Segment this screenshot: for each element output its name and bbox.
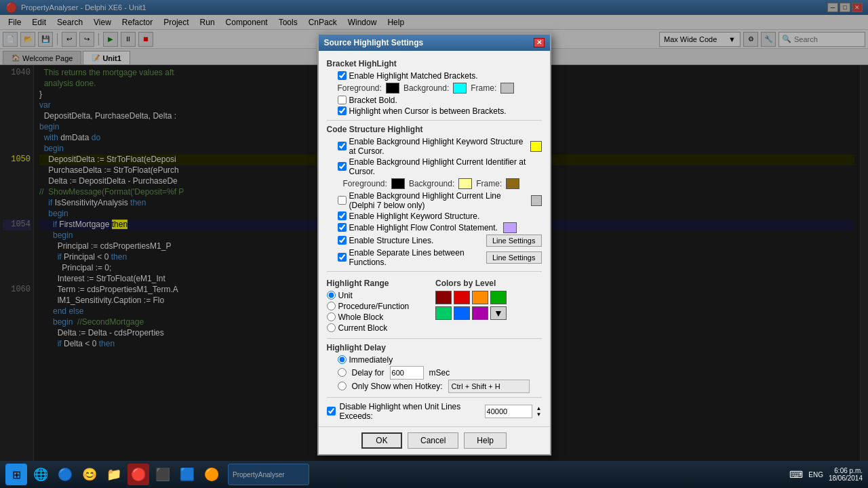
threshold-label: Disable Highlight when Unit Lines Exceed… [340, 402, 481, 421]
dialog-body: Bracket HighLight Enable Highlight Match… [319, 51, 550, 426]
color-level-3[interactable] [472, 291, 488, 304]
bg-keyword-checkbox[interactable] [338, 142, 347, 150]
cs-fg-swatch[interactable] [391, 178, 405, 189]
enable-matched-brackets-label: Enable Highlight Matched Brackets. [349, 71, 478, 81]
color-level-7[interactable] [472, 306, 488, 320]
taskbar-ie-icon[interactable]: 🌐 [30, 464, 52, 485]
threshold-spinner[interactable]: ▲▼ [536, 405, 542, 418]
range-procedure-row: Procedure/Function [327, 302, 433, 311]
flow-control-row: Enable Highlight Flow Control Statement. [327, 222, 542, 233]
start-button[interactable]: ⊞ [5, 464, 27, 485]
bracket-frame-swatch[interactable] [500, 83, 514, 94]
taskbar-face-icon[interactable]: 😊 [79, 464, 100, 485]
range-current-radio[interactable] [327, 323, 336, 332]
bg-current-id-label: Enable Background Highlight Current Iden… [349, 157, 542, 176]
divider4 [327, 397, 542, 398]
highlight-keyword-checkbox[interactable] [338, 211, 347, 220]
ok-button[interactable]: OK [361, 432, 402, 449]
code-structure-header: Code Structure Highlight [327, 125, 542, 134]
dialog-title-bar: Source Highlight Settings ✕ [319, 35, 550, 51]
color-level-5[interactable] [435, 306, 452, 320]
hotkey-label: Only Show when Hotkey: [352, 382, 443, 391]
bg-current-id-checkbox[interactable] [338, 162, 347, 171]
line-settings-btn2[interactable]: Line Settings [486, 251, 542, 264]
colors-by-level-header: Colors by Level [435, 279, 542, 288]
cancel-button[interactable]: Cancel [408, 432, 458, 449]
taskbar-blue-sq-icon[interactable]: 🟦 [176, 464, 198, 485]
divider1 [327, 120, 542, 121]
help-button[interactable]: Help [464, 432, 507, 449]
structure-lines-checkbox[interactable] [338, 236, 347, 245]
foreground-label2: Foreground: [343, 179, 387, 188]
bracket-fg-swatch[interactable] [386, 83, 399, 94]
range-unit-radio[interactable] [327, 291, 336, 300]
taskbar-folder-icon[interactable]: 📁 [103, 464, 125, 485]
range-whole-label: Whole Block [338, 312, 384, 322]
foreground-label1: Foreground: [338, 83, 382, 93]
taskbar: ⊞ 🌐 🔵 😊 📁 🔴 ⬛ 🟦 🟠 PropertyAnalyser ⌨ ENG… [0, 461, 868, 488]
flow-swatch[interactable] [503, 222, 517, 233]
flow-control-label: Enable Highlight Flow Control Statement. [349, 223, 498, 232]
range-whole-radio[interactable] [327, 312, 336, 321]
delay-immediately-radio[interactable] [338, 355, 347, 364]
color-level-4[interactable] [490, 291, 507, 304]
line-settings-btn1[interactable]: Line Settings [486, 235, 542, 247]
color-level-1[interactable] [435, 291, 452, 304]
background-label1: Background: [403, 83, 449, 93]
color-level-6[interactable] [454, 306, 470, 320]
code-struct-colors-row: Foreground: Background: Frame: [327, 178, 542, 189]
range-unit-label: Unit [338, 291, 353, 300]
delay-for-label: Delay for [352, 368, 384, 378]
frame-label2: Frame: [476, 179, 502, 188]
highlight-range-colors-section: Highlight Range Unit Procedure/Function … [327, 276, 542, 334]
cs-frame-swatch[interactable] [506, 178, 519, 189]
taskbar-orange-icon[interactable]: 🟠 [201, 464, 222, 485]
taskbar-red-icon[interactable]: 🔴 [127, 464, 149, 485]
bracket-bold-checkbox[interactable] [338, 96, 347, 104]
highlight-cursor-between-row: Highlight when Cursor is between Bracket… [327, 106, 542, 116]
hotkey-input[interactable] [448, 380, 530, 393]
taskbar-lang: ENG [808, 471, 823, 479]
bg-keyword-label: Enable Background Highlight Keyword Stru… [349, 137, 525, 156]
structure-lines-row: Enable Structure Lines. Line Settings [327, 235, 542, 247]
divider3 [327, 338, 542, 339]
flow-control-checkbox[interactable] [338, 223, 347, 232]
taskbar-dark-icon[interactable]: ⬛ [152, 464, 174, 485]
taskbar-right: ⌨ ENG 6:06 p.m. 18/06/2014 [789, 467, 863, 482]
bg-current-id-row: Enable Background Highlight Current Iden… [327, 157, 542, 176]
enable-matched-brackets-checkbox[interactable] [338, 71, 347, 80]
color-level-more[interactable]: ▼ [490, 306, 507, 320]
bg-keyword-swatch[interactable] [530, 141, 542, 152]
threshold-checkbox[interactable] [327, 407, 336, 415]
threshold-input[interactable] [485, 405, 532, 418]
bg-line-swatch[interactable] [531, 195, 542, 206]
delay-immediately-label: Immediately [349, 355, 393, 365]
structure-lines-label: Enable Structure Lines. [349, 236, 434, 245]
taskbar-time: 6:06 p.m. [829, 467, 863, 474]
bg-current-line-label: Enable Background Highlight Current Line… [349, 191, 526, 210]
highlight-range-section: Highlight Range Unit Procedure/Function … [327, 276, 433, 334]
dialog-close-button[interactable]: ✕ [534, 38, 545, 47]
delay-immediately-row: Immediately [327, 355, 542, 365]
color-level-2[interactable] [454, 291, 470, 304]
range-procedure-radio[interactable] [327, 302, 336, 310]
highlight-range-header: Highlight Range [327, 279, 433, 288]
bracket-bold-row: Bracket Bold. [327, 96, 542, 105]
highlight-cursor-between-checkbox[interactable] [338, 106, 347, 115]
background-label2: Background: [409, 179, 454, 188]
hotkey-radio[interactable] [338, 382, 347, 390]
hotkey-row: Only Show when Hotkey: [327, 380, 542, 393]
bracket-bg-swatch[interactable] [453, 83, 467, 94]
taskbar-chrome-icon[interactable]: 🔵 [54, 464, 76, 485]
colors-by-level-section: Colors by Level ▼ [435, 276, 542, 334]
highlight-cursor-between-label: Highlight when Cursor is between Bracket… [349, 106, 507, 116]
cs-bg-swatch[interactable] [458, 178, 472, 189]
separate-lines-checkbox[interactable] [338, 253, 347, 262]
bg-current-line-checkbox[interactable] [338, 196, 347, 205]
range-whole-row: Whole Block [327, 312, 433, 322]
taskbar-delphi-item[interactable]: PropertyAnalyser [228, 464, 309, 485]
delay-unit-label: mSec [429, 368, 450, 378]
bracket-bold-label: Bracket Bold. [349, 96, 397, 105]
delay-for-radio[interactable] [338, 368, 347, 377]
delay-value-input[interactable] [390, 366, 424, 380]
